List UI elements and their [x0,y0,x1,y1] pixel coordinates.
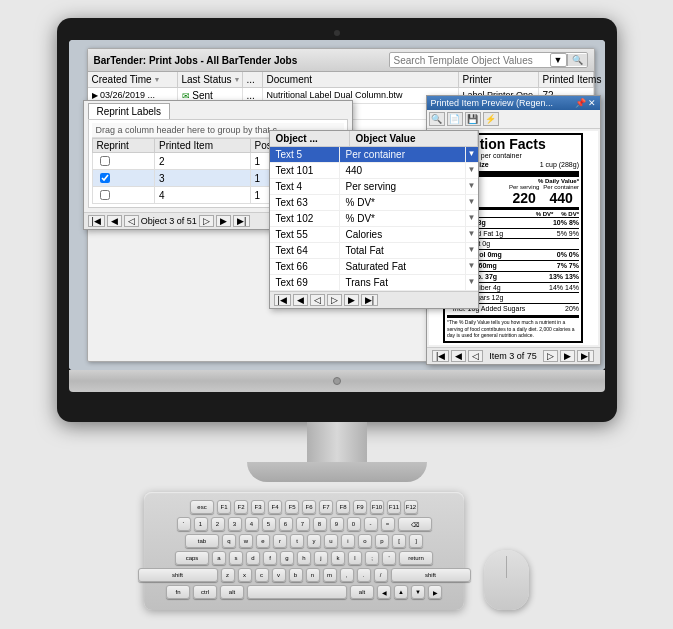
key-lshift[interactable]: shift [138,568,218,582]
key-ralt[interactable]: alt [350,585,374,599]
key-alt[interactable]: alt [220,585,244,599]
nav-first-btn[interactable]: |◀ [88,215,105,227]
key-rshift[interactable]: shift [391,568,471,582]
key-f11[interactable]: F11 [387,500,401,514]
key-rbracket[interactable]: ] [409,534,423,548]
key-f12[interactable]: F12 [404,500,418,514]
preview-pin-icon[interactable]: 📌 [575,98,586,108]
obj-nav-prev[interactable]: ◀ [293,294,308,306]
key-space[interactable] [247,585,347,599]
nav-prev-btn[interactable]: ◀ [107,215,122,227]
key-ctrl[interactable]: ctrl [193,585,217,599]
key-right[interactable]: ▶ [428,585,442,599]
key-tab[interactable]: tab [185,534,219,548]
key-up[interactable]: ▲ [394,585,408,599]
col-printer[interactable]: Printer [459,72,539,87]
key-r[interactable]: r [273,534,287,548]
key-quote[interactable]: ' [382,551,396,565]
key-z[interactable]: z [221,568,235,582]
th-printed-item[interactable]: Printed Item [155,139,250,153]
nav-prev2-btn[interactable]: ◁ [124,215,139,227]
key-f7[interactable]: F7 [319,500,333,514]
key-left[interactable]: ◀ [377,585,391,599]
key-m[interactable]: m [323,568,337,582]
key-backtick[interactable]: ` [177,517,191,531]
key-t[interactable]: t [290,534,304,548]
list-item[interactable]: Text 101 440 ▼ [270,163,478,179]
preview-zoom-btn[interactable]: 🔍 [429,112,445,126]
key-f3[interactable]: F3 [251,500,265,514]
key-down[interactable]: ▼ [411,585,425,599]
key-b[interactable]: b [289,568,303,582]
key-7[interactable]: 7 [296,517,310,531]
key-f4[interactable]: F4 [268,500,282,514]
key-s[interactable]: s [229,551,243,565]
list-item[interactable]: Text 55 Calories ▼ [270,227,478,243]
reprint-checkbox-2[interactable] [100,190,110,200]
obj-nav-prev2[interactable]: ◁ [310,294,325,306]
key-v[interactable]: v [272,568,286,582]
key-comma[interactable]: , [340,568,354,582]
key-f5[interactable]: F5 [285,500,299,514]
key-c[interactable]: c [255,568,269,582]
prev-nav-first[interactable]: |◀ [432,350,449,362]
key-e[interactable]: e [256,534,270,548]
key-f1[interactable]: F1 [217,500,231,514]
prev-nav-next[interactable]: ▶ [560,350,575,362]
key-return[interactable]: return [399,551,433,565]
obj-nav-first[interactable]: |◀ [274,294,291,306]
list-item[interactable]: Text 102 % DV* ▼ [270,211,478,227]
key-f8[interactable]: F8 [336,500,350,514]
key-lbracket[interactable]: [ [392,534,406,548]
prev-nav-prev[interactable]: ◀ [451,350,466,362]
key-o[interactable]: o [358,534,372,548]
nav-last-btn[interactable]: ▶| [233,215,250,227]
key-caps[interactable]: caps [175,551,209,565]
key-j[interactable]: j [314,551,328,565]
list-item[interactable]: Text 66 Saturated Fat ▼ [270,259,478,275]
preview-action-btn[interactable]: ⚡ [483,112,499,126]
nav-next-btn[interactable]: ▶ [216,215,231,227]
cell-reprint-2[interactable] [92,187,155,204]
key-f[interactable]: f [263,551,277,565]
key-period[interactable]: . [357,568,371,582]
key-q[interactable]: q [222,534,236,548]
key-i[interactable]: i [341,534,355,548]
key-p[interactable]: p [375,534,389,548]
search-box[interactable]: ▼ 🔍 [389,52,588,68]
list-item[interactable]: Text 64 Total Fat ▼ [270,243,478,259]
reprint-checkbox-1[interactable] [100,173,110,183]
key-u[interactable]: u [324,534,338,548]
key-0[interactable]: 0 [347,517,361,531]
search-input[interactable] [390,54,550,67]
key-k[interactable]: k [331,551,345,565]
key-8[interactable]: 8 [313,517,327,531]
key-fn[interactable]: fn [166,585,190,599]
key-backspace[interactable]: ⌫ [398,517,432,531]
key-9[interactable]: 9 [330,517,344,531]
key-semicolon[interactable]: ; [365,551,379,565]
obj-nav-next2[interactable]: ▷ [327,294,342,306]
key-h[interactable]: h [297,551,311,565]
nav-next2-btn[interactable]: ▷ [199,215,214,227]
key-f10[interactable]: F10 [370,500,384,514]
cell-reprint-0[interactable] [92,153,155,170]
preview-close-icon[interactable]: ✕ [588,98,596,108]
key-5[interactable]: 5 [262,517,276,531]
key-esc[interactable]: esc [190,500,214,514]
th-reprint[interactable]: Reprint [92,139,155,153]
key-3[interactable]: 3 [228,517,242,531]
col-items[interactable]: Printed Items [539,72,594,87]
key-equals[interactable]: = [381,517,395,531]
search-dropdown-btn[interactable]: ▼ [550,53,567,67]
reprint-checkbox-0[interactable] [100,156,110,166]
col-last-status[interactable]: Last Status [178,72,243,87]
obj-nav-last[interactable]: ▶| [361,294,378,306]
preview-save-btn[interactable]: 💾 [465,112,481,126]
prev-nav-next2[interactable]: ▷ [543,350,558,362]
key-l[interactable]: l [348,551,362,565]
cell-reprint-1[interactable] [92,170,155,187]
key-f2[interactable]: F2 [234,500,248,514]
prev-nav-last[interactable]: ▶| [577,350,594,362]
key-f9[interactable]: F9 [353,500,367,514]
